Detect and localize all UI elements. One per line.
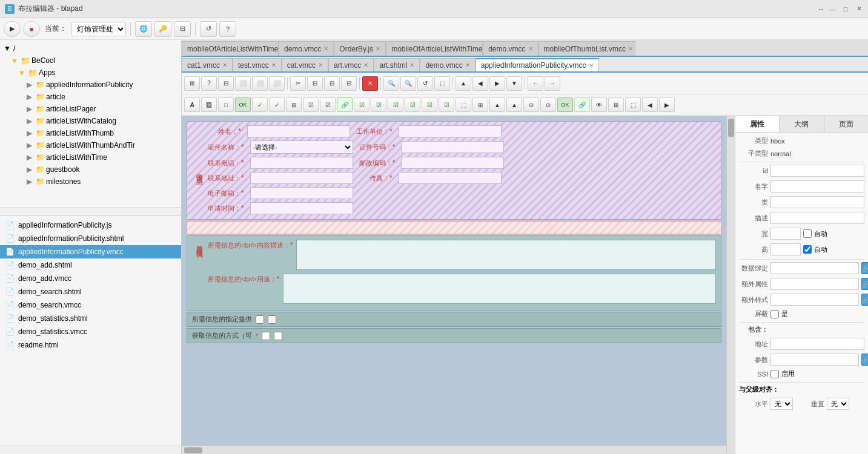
ed-btn2-text[interactable]: A: [184, 97, 200, 112]
ed-btn2-check6[interactable]: ☑: [405, 97, 420, 112]
canvas-inner[interactable]: 申请人信息 姓名：* 工作单位：*: [182, 116, 726, 446]
prop-extraprops-input[interactable]: [770, 278, 859, 290]
tab-close-icon[interactable]: ✕: [409, 62, 414, 68]
key-button[interactable]: 🔑: [154, 21, 171, 37]
play-button[interactable]: ▶: [4, 21, 21, 37]
ed-btn2-tri-up2[interactable]: ▲: [506, 97, 522, 112]
tree-becool[interactable]: ▼ 📁 BeCool: [0, 54, 181, 67]
ed-btn2-box2[interactable]: ⊞: [608, 97, 624, 112]
ed-btn-zoom-in[interactable]: 🔍: [383, 76, 399, 91]
tab-close-icon[interactable]: ✕: [528, 45, 533, 52]
checkbox-getway1[interactable]: [262, 332, 270, 340]
prop-params-input[interactable]: [770, 354, 859, 366]
ed-btn2-checkbox2[interactable]: ☑: [320, 97, 336, 112]
file-item-js[interactable]: 📄 appliedInformationPublicity.js: [0, 219, 181, 232]
ed-btn2-image[interactable]: 🖼: [201, 97, 217, 112]
ed-btn2-box[interactable]: □: [218, 97, 234, 112]
ed-btn2-table[interactable]: ⊞: [286, 97, 302, 112]
ed-btn-cut[interactable]: ✂: [290, 76, 306, 91]
prop-id-input[interactable]: [770, 165, 864, 177]
tab-close-icon[interactable]: ✕: [323, 45, 328, 52]
ed-btn-right[interactable]: ▶: [489, 76, 505, 91]
prop-height-input[interactable]: 250: [770, 243, 801, 255]
prop-extraprops-link[interactable]: 🔗: [861, 278, 868, 290]
tree-scroll-h[interactable]: [0, 207, 181, 215]
prop-desc-input[interactable]: [770, 212, 864, 224]
prop-extrastyle-link[interactable]: 🔗: [861, 294, 868, 306]
tab-orderby-js[interactable]: OrderBy.js ✕: [334, 41, 386, 56]
prop-params-link[interactable]: 🔗: [861, 354, 868, 366]
ed-btn-hsplit[interactable]: ⬜: [235, 76, 251, 91]
tab-close-icon[interactable]: ✕: [222, 62, 227, 68]
prop-databind-link[interactable]: 🔗: [861, 262, 868, 274]
ed-btn-split3[interactable]: ⬜: [269, 76, 285, 91]
tree-guestbook[interactable]: ▶ 📁 guestbook: [0, 163, 181, 176]
prop-extrastyle-input[interactable]: [770, 294, 859, 306]
canvas-scroll-h[interactable]: [182, 446, 726, 454]
ed-btn2-check8[interactable]: ☑: [439, 97, 454, 112]
ed-btn-paste2[interactable]: ⊟: [341, 76, 357, 91]
file-item-vmcc1[interactable]: 📄 appliedInformationPublicity.vmcc: [0, 245, 181, 258]
input-email[interactable]: [250, 187, 353, 199]
props-tab-attr[interactable]: 属性: [735, 116, 780, 132]
textarea-usage[interactable]: [283, 274, 716, 304]
file-item-demosearch-vmcc[interactable]: 📄 demo_search.vmcc: [0, 298, 181, 312]
ed-btn2-check2[interactable]: ✓: [269, 97, 285, 112]
file-item-shtml1[interactable]: 📄 appliedInformationPublicity.shtml: [0, 232, 181, 245]
ed-btn-delete[interactable]: ✕: [362, 76, 378, 91]
prop-width-input[interactable]: 960: [770, 228, 801, 240]
tab-close-icon[interactable]: ✕: [376, 45, 380, 52]
input-phone[interactable]: [250, 157, 353, 169]
ed-btn2-link2[interactable]: 🔗: [574, 97, 590, 112]
ed-btn2-check4[interactable]: ☑: [371, 97, 386, 112]
file-item-demostatistics-vmcc[interactable]: 📄 demo_statistics.vmcc: [0, 325, 181, 338]
tree-milestones[interactable]: ▶ 📁 milestones: [0, 176, 181, 188]
tab-close-icon[interactable]: ✕: [271, 62, 276, 68]
checkbox-provide1[interactable]: [256, 315, 264, 324]
tree-articlewithtime[interactable]: ▶ 📁 articleListWithTime: [0, 151, 181, 163]
input-name[interactable]: [247, 125, 350, 137]
tab-art-shtml[interactable]: art.shtml ✕: [374, 58, 420, 71]
prop-class-input[interactable]: [770, 196, 864, 208]
tab-close-icon[interactable]: ✕: [363, 62, 368, 68]
file-item-demosearch-shtml[interactable]: 📄 demo_search.shtml: [0, 285, 181, 298]
stop-button[interactable]: ■: [23, 21, 40, 37]
ed-btn-preview[interactable]: ⬚: [434, 76, 450, 91]
ed-btn2-check3[interactable]: ☑: [354, 97, 369, 112]
prop-h-align-select[interactable]: 无: [770, 398, 793, 410]
ed-btn-left[interactable]: ◀: [472, 76, 488, 91]
prop-address-input[interactable]: [770, 338, 864, 350]
props-tab-page[interactable]: 页面: [824, 116, 868, 132]
tree-articlethumb[interactable]: ▶ 📁 articleListWithThumb: [0, 127, 181, 139]
ed-btn2-radio2[interactable]: ⊙: [540, 97, 556, 112]
file-item-readme-html[interactable]: 📄 readme.html: [0, 338, 181, 352]
ed-btn2-ok2[interactable]: OK: [557, 97, 573, 112]
prop-v-align-select[interactable]: 无: [827, 398, 849, 410]
ed-btn2-checkbox1[interactable]: ☑: [303, 97, 319, 112]
help-button[interactable]: ?: [219, 21, 236, 37]
minimize-btn[interactable]: —: [828, 5, 837, 13]
tab-demo-vmcc1[interactable]: demo.vmcc ✕: [279, 41, 334, 56]
ed-btn2-radio[interactable]: ⊙: [523, 97, 539, 112]
file-item-demoadd-vmcc[interactable]: 📄 demo_add.vmcc: [0, 272, 181, 285]
tab-mobilethumb-vmcc[interactable]: mobileOfThumbList.vmcc ✕: [538, 41, 635, 56]
ed-btn2-ok[interactable]: OK: [235, 97, 251, 112]
input-fax[interactable]: [399, 172, 502, 184]
ed-btn-down[interactable]: ▼: [506, 76, 522, 91]
tab-cat1-vmcc[interactable]: cat1.vmcc ✕: [182, 58, 233, 71]
tab-appliedinfo-vmcc[interactable]: appliedInformationPublicity.vmcc ✕: [475, 58, 599, 71]
input-applydate[interactable]: [250, 202, 353, 214]
prop-name-input[interactable]: [770, 180, 864, 192]
ed-btn2-arrow-r[interactable]: ▶: [659, 97, 675, 112]
checkbox-provide2[interactable]: [268, 315, 276, 324]
ed-btn-paste[interactable]: ⊟: [324, 76, 340, 91]
input-workunit[interactable]: [399, 125, 502, 137]
ed-btn2-arrow-l[interactable]: ◀: [642, 97, 658, 112]
ed-btn2-frame2[interactable]: ⬚: [625, 97, 641, 112]
checkbox-getway2[interactable]: [274, 332, 282, 340]
ed-btn-refresh2[interactable]: ↺: [417, 76, 433, 91]
prop-width-auto[interactable]: [803, 229, 812, 238]
ed-btn2-check1[interactable]: ✓: [252, 97, 268, 112]
props-tab-outline[interactable]: 大纲: [780, 116, 824, 132]
ed-btn2-eye[interactable]: 👁: [591, 97, 607, 112]
